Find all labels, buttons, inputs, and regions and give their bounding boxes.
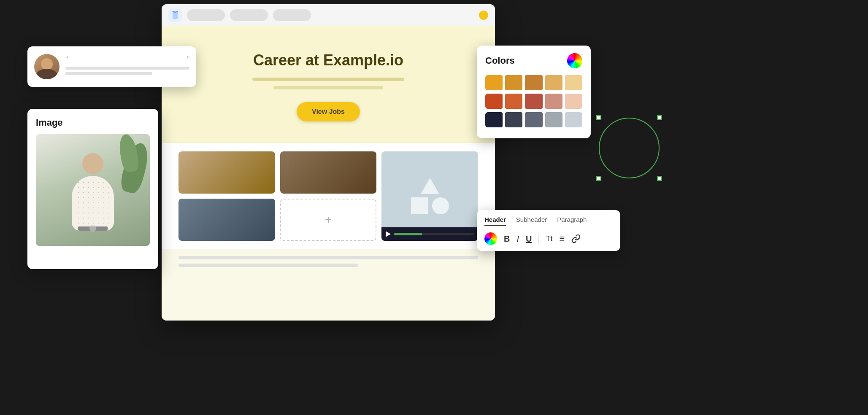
shape-square bbox=[411, 197, 428, 214]
swatch-1-3[interactable] bbox=[525, 75, 542, 90]
italic-button[interactable]: I bbox=[516, 234, 519, 244]
hero-subtitle-bar2 bbox=[273, 86, 383, 89]
view-jobs-button[interactable]: View Jobs bbox=[297, 102, 360, 121]
swatch-3-3[interactable] bbox=[525, 112, 542, 127]
tab-subheader[interactable]: Subheader bbox=[516, 216, 547, 226]
video-shapes bbox=[411, 178, 449, 214]
person-body bbox=[72, 176, 114, 231]
video-controls bbox=[381, 227, 478, 241]
add-icon: + bbox=[325, 213, 332, 226]
testimonial-panel: “ ” bbox=[27, 46, 196, 87]
person-avatar-container bbox=[601, 120, 657, 176]
shape-circle bbox=[432, 197, 449, 214]
bottom-bar-2 bbox=[178, 264, 358, 267]
color-row-1 bbox=[485, 75, 582, 90]
swatch-2-2[interactable] bbox=[505, 94, 522, 109]
swatch-2-4[interactable] bbox=[545, 94, 562, 109]
swatch-3-2[interactable] bbox=[505, 112, 522, 127]
images-section: + bbox=[162, 143, 495, 249]
swatch-1-2[interactable] bbox=[505, 75, 522, 90]
testimonial-text: “ ” bbox=[65, 56, 189, 78]
swatch-2-5[interactable] bbox=[565, 94, 582, 109]
testimonial-bar-1 bbox=[65, 67, 189, 70]
tab-paragraph[interactable]: Paragraph bbox=[557, 216, 587, 226]
image-panel: Image bbox=[27, 109, 158, 269]
testimonial-avatar bbox=[34, 54, 59, 79]
typography-toolbar: Header Subheader Paragraph B I U Tt ≡ bbox=[477, 210, 620, 251]
align-button[interactable]: ≡ bbox=[559, 233, 565, 244]
corner-handle-tr[interactable] bbox=[657, 115, 662, 120]
color-row-3 bbox=[485, 112, 582, 127]
color-row-2 bbox=[485, 94, 582, 109]
swatch-2-1[interactable] bbox=[485, 94, 503, 109]
swatch-3-5[interactable] bbox=[565, 112, 582, 127]
colors-title: Colors bbox=[485, 55, 515, 66]
laptop-logo bbox=[89, 225, 96, 232]
browser-indicator bbox=[479, 11, 488, 20]
image-person1[interactable] bbox=[178, 151, 275, 194]
avatar-face bbox=[41, 58, 53, 70]
color-wheel-icon[interactable] bbox=[567, 53, 582, 68]
shape-triangle bbox=[421, 178, 439, 194]
image-meeting[interactable] bbox=[178, 199, 275, 241]
image-add-button[interactable]: + bbox=[280, 199, 377, 241]
browser-logo bbox=[168, 8, 182, 22]
selection-border bbox=[599, 118, 660, 178]
bottom-bars bbox=[162, 249, 495, 278]
underline-button[interactable]: U bbox=[526, 234, 532, 244]
corner-handle-br[interactable] bbox=[657, 176, 662, 181]
swatch-3-1[interactable] bbox=[485, 112, 503, 127]
swatch-1-4[interactable] bbox=[545, 75, 562, 90]
link-button[interactable] bbox=[571, 234, 581, 243]
open-quote-icon: “ bbox=[65, 56, 68, 63]
toolbar-divider bbox=[538, 234, 539, 244]
swatch-1-5[interactable] bbox=[565, 75, 582, 90]
swatch-1-1[interactable] bbox=[485, 75, 503, 90]
corner-handle-bl[interactable] bbox=[596, 176, 601, 181]
hero-title: Career at Example.io bbox=[178, 51, 478, 69]
close-quote-icon: ” bbox=[187, 56, 189, 63]
image-panel-title: Image bbox=[36, 117, 150, 128]
corner-handle-tl[interactable] bbox=[596, 115, 601, 120]
video-placeholder[interactable] bbox=[381, 151, 478, 241]
video-progress-bar[interactable] bbox=[394, 233, 474, 235]
hero-subtitle-bar bbox=[252, 78, 404, 81]
browser-window: Career at Example.io View Jobs bbox=[162, 4, 495, 321]
text-size-button[interactable]: Tt bbox=[546, 234, 552, 243]
image-panel-photo bbox=[36, 134, 150, 246]
testimonial-text-bars bbox=[65, 67, 189, 75]
plant-leaf-2 bbox=[117, 134, 140, 173]
hero-section: Career at Example.io View Jobs bbox=[162, 26, 495, 143]
browser-tab-1[interactable] bbox=[187, 9, 225, 21]
bottom-bar-1 bbox=[178, 256, 478, 259]
play-button[interactable] bbox=[386, 231, 391, 237]
image-person2[interactable] bbox=[280, 151, 377, 194]
typography-tabs: Header Subheader Paragraph bbox=[484, 216, 613, 226]
tab-header[interactable]: Header bbox=[484, 216, 506, 226]
video-progress-fill bbox=[394, 233, 422, 235]
person-head bbox=[82, 153, 103, 174]
typography-tools: B I U Tt ≡ bbox=[484, 232, 613, 245]
images-grid: + bbox=[178, 151, 478, 241]
browser-content: Career at Example.io View Jobs bbox=[162, 26, 495, 321]
testimonial-bar-2 bbox=[65, 72, 152, 75]
text-color-button[interactable] bbox=[484, 232, 497, 245]
bold-button[interactable]: B bbox=[504, 234, 510, 244]
swatch-2-3[interactable] bbox=[525, 94, 542, 109]
colors-header: Colors bbox=[485, 53, 582, 68]
browser-toolbar bbox=[162, 4, 495, 26]
avatar-body bbox=[36, 69, 57, 79]
colors-panel: Colors bbox=[477, 46, 591, 138]
swatch-3-4[interactable] bbox=[545, 112, 562, 127]
browser-tab-2[interactable] bbox=[230, 9, 268, 21]
browser-tab-3[interactable] bbox=[273, 9, 311, 21]
